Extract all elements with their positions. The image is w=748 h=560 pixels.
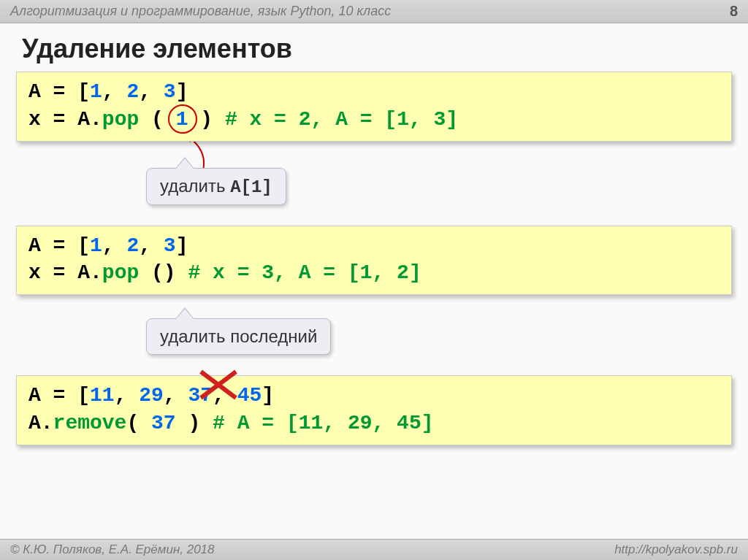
code-line: A = [1, 2, 3] [28, 232, 720, 260]
header-bar: Алгоритмизация и программирование, язык … [0, 0, 748, 23]
code-block-3: A = [11, 29, 37, 45] A.remove( 37 ) # A … [16, 375, 732, 445]
circled-argument: 1 [176, 106, 188, 134]
page-title: Удаление элементов [0, 23, 748, 72]
content-area: A = [1, 2, 3] x = A.pop ( 1 ) # x = 2, A… [0, 72, 748, 445]
page-number: 8 [730, 3, 738, 20]
breadcrumb: Алгоритмизация и программирование, язык … [10, 4, 391, 19]
callout-delete-ai: удалить A[1] [146, 168, 286, 205]
footer-url: http://kpolyakov.spb.ru [614, 542, 738, 557]
footer-bar: © К.Ю. Поляков, Е.А. Ерёмин, 2018 http:/… [0, 539, 748, 560]
code-block-1: A = [1, 2, 3] x = A.pop ( 1 ) # x = 2, A… [16, 72, 732, 142]
code-line: A = [1, 2, 3] [28, 78, 720, 106]
code-line: A.remove( 37 ) # A = [11, 29, 45] [28, 410, 720, 437]
code-block-2: A = [1, 2, 3] x = A.pop () # x = 3, A = … [16, 226, 732, 296]
code-line: A = [11, 29, 37, 45] [28, 382, 720, 410]
copyright-text: © К.Ю. Поляков, Е.А. Ерёмин, 2018 [10, 542, 215, 557]
code-line: x = A.pop ( 1 ) # x = 2, A = [1, 3] [28, 106, 720, 134]
callout-delete-last: удалить последний [146, 318, 331, 355]
code-line: x = A.pop () # x = 3, A = [1, 2] [28, 259, 720, 287]
